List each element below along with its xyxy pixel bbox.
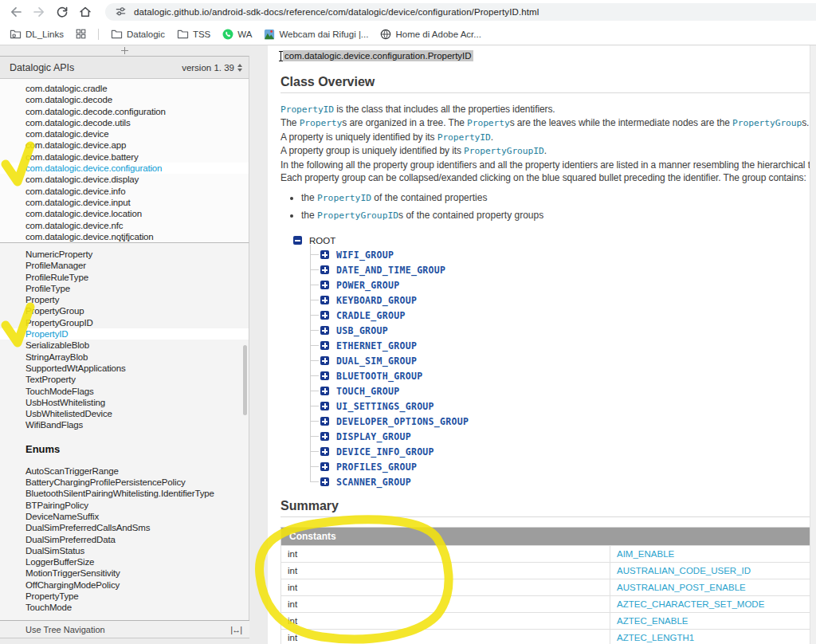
enum-item[interactable]: DualSimStatus — [0, 545, 249, 556]
constant-link[interactable]: AUSTRALIAN_CODE_USER_ID — [617, 566, 751, 575]
enum-item[interactable]: OffChargingModePolicy — [0, 579, 249, 591]
package-item[interactable]: com.datalogic.device.display — [0, 174, 249, 185]
expand-icon[interactable] — [320, 432, 329, 441]
enum-item[interactable]: MotionTriggerSensitivity — [0, 567, 249, 579]
class-item[interactable]: TextProperty — [0, 374, 249, 385]
bookmark-datalogic[interactable]: Datalogic — [111, 29, 165, 39]
class-item[interactable]: ProfileManager — [0, 260, 249, 271]
property-group-link[interactable]: DUAL_SIM_GROUP — [336, 355, 417, 367]
code-link[interactable]: PropertyGroupID — [464, 146, 544, 156]
property-group-link[interactable]: DEVELOPER_OPTIONS_GROUP — [336, 416, 469, 427]
package-item[interactable]: com.datalogic.device.info — [0, 186, 249, 197]
package-item[interactable]: com.datalogic.decode.configuration — [0, 106, 249, 117]
class-item[interactable]: Property — [0, 294, 249, 305]
property-group-link[interactable]: DISPLAY_GROUP — [336, 431, 411, 442]
enum-item[interactable]: BTPairingPolicy — [0, 500, 249, 511]
class-item[interactable]: PropertyGroupID — [0, 317, 249, 328]
home-icon[interactable] — [77, 4, 93, 20]
package-item[interactable]: com.datalogic.device.app — [0, 139, 249, 151]
page-scrollbar[interactable] — [810, 45, 816, 644]
expand-icon[interactable] — [320, 417, 329, 426]
class-item[interactable]: SerializableBlob — [0, 340, 249, 351]
enum-item[interactable]: TouchMode — [0, 602, 249, 613]
bookmark-adobe-home[interactable]: Home di Adobe Acr... — [380, 29, 481, 40]
property-group-link[interactable]: ETHERNET_GROUP — [336, 340, 417, 351]
package-item[interactable]: com.datalogic.device — [0, 128, 249, 139]
property-group-link[interactable]: SCANNER_GROUP — [336, 477, 411, 488]
enum-item[interactable]: LoggerBufferSize — [0, 556, 249, 567]
class-item[interactable]: ProfileType — [0, 283, 249, 294]
code-link[interactable]: PropertyGroup — [732, 118, 802, 128]
package-item[interactable]: com.datalogic.device.configuration — [0, 163, 249, 174]
expand-icon[interactable] — [320, 371, 329, 380]
reload-icon[interactable] — [54, 4, 70, 20]
url-bar[interactable]: datalogic.github.io/android-sdk-docs/ref… — [105, 3, 816, 21]
expand-icon[interactable] — [320, 265, 329, 274]
package-item[interactable]: com.datalogic.device.nfc — [0, 220, 249, 231]
enum-item[interactable]: DualSimPreferredCallsAndSms — [0, 522, 249, 533]
property-group-link[interactable]: KEYBOARD_GROUP — [336, 295, 417, 306]
property-group-link[interactable]: DEVICE_INFO_GROUP — [336, 446, 434, 457]
horizontal-resize-icon[interactable]: |↔| — [230, 625, 241, 634]
property-group-link[interactable]: WIFI_GROUP — [336, 249, 394, 261]
constant-link[interactable]: AZTEC_CHARACTER_SET_MODE — [617, 599, 764, 609]
class-item[interactable]: TouchModeFlags — [0, 386, 249, 397]
bookmark-tss[interactable]: TSS — [177, 29, 210, 39]
enum-item[interactable]: BatteryChargingProfilePersistencePolicy — [0, 477, 249, 488]
property-group-link[interactable]: CRADLE_GROUP — [336, 310, 406, 321]
expand-icon[interactable] — [320, 462, 329, 471]
class-item[interactable]: StringArrayBlob — [0, 351, 249, 363]
class-item[interactable]: PropertyID — [0, 328, 249, 340]
class-item[interactable]: PropertyGroup — [0, 305, 249, 316]
expand-icon[interactable] — [320, 356, 329, 365]
code-link[interactable]: Property — [467, 118, 510, 128]
property-group-link[interactable]: USB_GROUP — [336, 325, 388, 336]
class-item[interactable]: UsbWhitelistedDevice — [0, 408, 249, 419]
property-group-link[interactable]: PROFILES_GROUP — [336, 461, 417, 473]
expand-icon[interactable] — [320, 311, 329, 320]
code-link[interactable]: Property — [300, 118, 343, 128]
class-item[interactable]: ProfileRuleType — [0, 272, 249, 283]
code-link[interactable]: PropertyID — [317, 193, 371, 203]
sidebar-scrollbar-thumb[interactable] — [243, 345, 247, 415]
constant-link[interactable]: AIM_ENABLE — [617, 549, 674, 559]
enum-item[interactable]: DualSimPreferredData — [0, 534, 249, 545]
code-link[interactable]: PropertyID — [437, 132, 491, 143]
bookmark-whatsapp[interactable]: WA — [222, 29, 252, 40]
panel-splitter[interactable]: ... — [0, 234, 249, 242]
property-group-link[interactable]: TOUCH_GROUP — [336, 386, 399, 397]
expand-icon[interactable] — [320, 477, 329, 486]
expand-icon[interactable] — [320, 296, 329, 304]
back-icon[interactable] — [8, 4, 24, 20]
code-link[interactable]: PropertyGroupID — [317, 210, 398, 221]
bookmark-dl-links[interactable]: DL_Links — [10, 29, 64, 39]
expand-icon[interactable] — [320, 281, 329, 289]
apps-grid-icon[interactable] — [76, 29, 86, 39]
use-tree-navigation-link[interactable]: Use Tree Navigation — [26, 625, 105, 634]
enum-item[interactable]: AutoScanTriggerRange — [0, 465, 249, 477]
expand-icon[interactable] — [320, 402, 329, 410]
package-item[interactable]: com.datalogic.decode.utils — [0, 117, 249, 128]
property-group-link[interactable]: UI_SETTINGS_GROUP — [336, 401, 434, 412]
constant-link[interactable]: AUSTRALIAN_POST_ENABLE — [617, 583, 746, 592]
class-item[interactable]: NumericProperty — [0, 249, 249, 260]
property-group-link[interactable]: POWER_GROUP — [336, 280, 399, 291]
class-item[interactable]: UsbHostWhitelisting — [0, 397, 249, 408]
expand-icon[interactable] — [320, 387, 329, 395]
package-item[interactable]: com.datalogic.cradle — [0, 83, 249, 94]
collapse-icon[interactable] — [293, 236, 302, 245]
package-item[interactable]: com.datalogic.device.battery — [0, 151, 249, 163]
package-item[interactable]: com.datalogic.decode — [0, 94, 249, 105]
code-link[interactable]: PropertyID — [280, 104, 334, 115]
expand-icon[interactable] — [320, 326, 329, 335]
enum-item[interactable]: DeviceNameSuffix — [0, 511, 249, 522]
vertical-resize-handle[interactable] — [0, 45, 249, 55]
bookmark-webcam[interactable]: Webcam dai Rifugi |... — [264, 29, 368, 40]
constant-link[interactable]: AZTEC_ENABLE — [617, 616, 688, 626]
package-item[interactable]: com.datalogic.device.location — [0, 208, 249, 219]
class-item[interactable]: SupportedWtApplications — [0, 363, 249, 374]
expand-icon[interactable] — [320, 341, 329, 350]
expand-icon[interactable] — [320, 250, 329, 259]
version-select[interactable]: version 1. 39 — [182, 63, 242, 73]
forward-icon[interactable] — [31, 4, 47, 20]
